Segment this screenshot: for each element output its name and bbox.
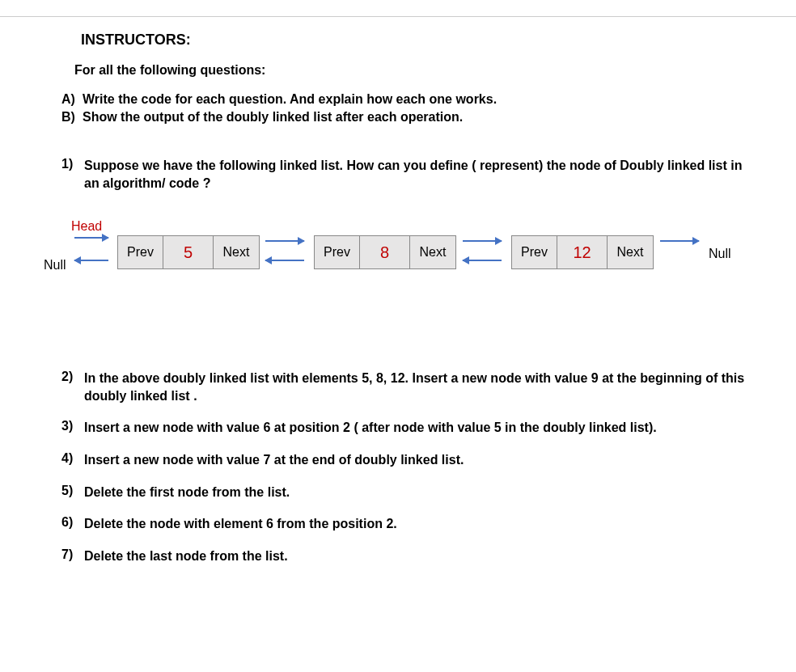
letter-text-a: Write the code for each question. And ex… <box>83 92 497 107</box>
questions-list: 2) In the above doubly linked list with … <box>49 370 747 564</box>
head-label: Head <box>71 219 102 234</box>
question-text: Insert a new node with value 6 at positi… <box>84 419 657 437</box>
node-value: 12 <box>557 236 608 268</box>
question-row: 2) In the above doubly linked list with … <box>49 370 747 404</box>
prev-arrow-icon <box>463 260 502 261</box>
linked-list-diagram: Head Null Null Prev 5 Next Prev 8 Next P… <box>40 224 747 321</box>
node-box: Prev 8 Next <box>314 235 456 269</box>
prev-arrow-icon <box>74 260 108 261</box>
question-label: 3) <box>61 419 84 437</box>
node-value: 8 <box>360 236 410 268</box>
letter-label-b: B) <box>61 110 83 125</box>
letter-text-b: Show the output of the doubly linked lis… <box>83 110 463 125</box>
lettered-item: B) Show the output of the doubly linked … <box>61 110 747 125</box>
question-label: 7) <box>61 547 84 565</box>
question-label: 2) <box>61 370 84 404</box>
node-box: Prev 5 Next <box>117 235 260 269</box>
node-value: 5 <box>163 236 214 268</box>
next-arrow-icon <box>660 240 699 242</box>
null-label-right: Null <box>709 247 731 261</box>
question-1-block: 1) Suppose we have the following linked … <box>49 157 747 192</box>
prev-arrow-icon <box>265 260 304 261</box>
question-text: Insert a new node with value 7 at the en… <box>84 451 464 469</box>
question-text: Delete the last node from the list. <box>84 547 288 565</box>
question-text: In the above doubly linked list with ele… <box>84 370 747 404</box>
node-prev-label: Prev <box>118 236 163 268</box>
node-prev-label: Prev <box>315 236 360 268</box>
question-text: Delete the node with element 6 from the … <box>84 515 397 533</box>
head-arrow-icon <box>74 237 108 239</box>
top-divider <box>0 16 796 17</box>
subtitle: For all the following questions: <box>74 63 747 78</box>
node-next-label: Next <box>214 236 259 268</box>
page-title: INSTRUCTORS: <box>81 32 747 49</box>
lettered-item: A) Write the code for each question. And… <box>61 92 747 107</box>
question-text: Delete the first node from the list. <box>84 484 290 501</box>
node-box: Prev 12 Next <box>511 235 654 269</box>
question-row: 1) Suppose we have the following linked … <box>49 157 747 192</box>
node-prev-label: Prev <box>512 236 557 268</box>
question-row: 5) Delete the first node from the list. <box>49 484 747 501</box>
question-label: 5) <box>61 484 84 501</box>
question-label: 6) <box>61 515 84 533</box>
question-label-1: 1) <box>61 157 84 192</box>
question-row: 7) Delete the last node from the list. <box>49 547 747 565</box>
lettered-list: A) Write the code for each question. And… <box>61 92 747 125</box>
next-arrow-icon <box>265 240 304 242</box>
question-row: 3) Insert a new node with value 6 at pos… <box>49 419 747 437</box>
question-row: 6) Delete the node with element 6 from t… <box>49 515 747 533</box>
letter-label-a: A) <box>61 92 83 107</box>
question-row: 4) Insert a new node with value 7 at the… <box>49 451 747 469</box>
next-arrow-icon <box>463 240 502 242</box>
node-next-label: Next <box>608 236 653 268</box>
question-text-1: Suppose we have the following linked lis… <box>84 157 747 192</box>
node-next-label: Next <box>410 236 455 268</box>
question-label: 4) <box>61 451 84 469</box>
null-label-left: Null <box>44 258 66 273</box>
